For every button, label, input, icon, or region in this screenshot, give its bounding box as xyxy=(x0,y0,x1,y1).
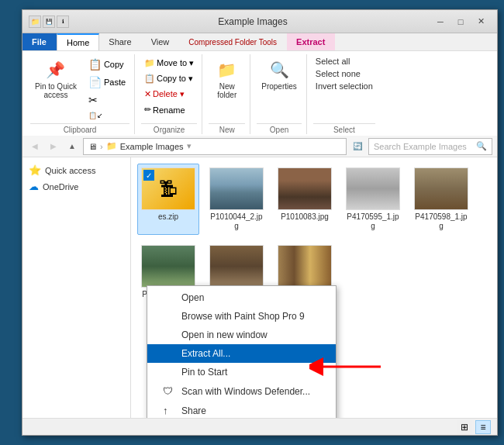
address-path[interactable]: 🖥 › 📁 Example Images ▾ xyxy=(83,138,347,155)
properties-icon: 🔍 xyxy=(268,59,290,81)
file-thumb-6 xyxy=(209,245,264,288)
cm-share[interactable]: ↑ Share xyxy=(147,401,336,418)
search-icon: 🔍 xyxy=(476,141,487,151)
open-label: Open xyxy=(257,123,302,134)
file-name-zip: es.zip xyxy=(158,212,178,222)
maximize-button[interactable]: □ xyxy=(450,13,471,30)
select-none-button[interactable]: Select none xyxy=(313,68,375,79)
refresh-button[interactable]: 🔄 xyxy=(350,139,365,154)
move-to-icon: 📁 xyxy=(144,58,155,68)
properties-button[interactable]: 🔍 Properties xyxy=(257,56,302,94)
open-buttons: 🔍 Properties xyxy=(257,54,302,123)
clipboard-label: Clipboard xyxy=(30,123,129,134)
properties-label: Properties xyxy=(261,82,297,91)
cm-open-label: Open xyxy=(181,292,204,303)
path-text: Example Images xyxy=(120,142,184,151)
search-box[interactable]: Search Example Images 🔍 xyxy=(368,138,492,155)
tab-compressed-folder-tools[interactable]: Compressed Folder Tools xyxy=(179,33,287,50)
tab-share[interactable]: Share xyxy=(99,33,141,50)
cm-browse-psp[interactable]: Browse with Paint Shop Pro 9 xyxy=(147,307,336,326)
paste-icon: 📄 xyxy=(88,76,102,88)
select-label: Select xyxy=(313,123,375,134)
file-explorer-window: 📁 💾 ℹ Example Images ─ □ ✕ File Home Sha… xyxy=(22,9,498,436)
content-area: ✓ 🗜 es.zip P1010044_2.jpg xyxy=(131,157,497,418)
ribbon-group-select: Select all Select none Invert selection … xyxy=(309,54,380,134)
sidebar-label-quick-access: Quick access xyxy=(45,166,95,175)
file-thumb-4 xyxy=(414,167,468,210)
copy-to-icon: 📋 xyxy=(144,74,155,84)
invert-selection-button[interactable]: Invert selection xyxy=(313,81,375,91)
properties-tb: ℹ xyxy=(57,16,69,28)
delete-label: Delete ▾ xyxy=(153,89,185,99)
organize-buttons: 📁 Move to ▾ 📋 Copy to ▾ ✕ Delete ▾ ✏ Ren… xyxy=(141,54,197,123)
select-all-button[interactable]: Select all xyxy=(313,56,375,67)
new-folder-button[interactable]: 📁 Newfolder xyxy=(212,56,243,102)
file-item-2[interactable]: P1010083.jpg xyxy=(274,164,336,235)
tab-view[interactable]: View xyxy=(142,33,180,50)
cut-button[interactable]: ✂ xyxy=(85,91,129,109)
scissors-icon: ✂ xyxy=(88,94,98,106)
organize-label: Organize xyxy=(141,123,197,134)
close-button[interactable]: ✕ xyxy=(471,13,491,30)
file-thumb-zip: ✓ 🗜 xyxy=(141,167,195,210)
sidebar-item-onedrive[interactable]: ☁ OneDrive xyxy=(22,178,130,195)
window-title: Example Images xyxy=(75,16,430,27)
sidebar-label-onedrive: OneDrive xyxy=(43,182,78,191)
title-bar: 📁 💾 ℹ Example Images ─ □ ✕ xyxy=(22,10,497,33)
ribbon-group-clipboard: 📌 Pin to Quickaccess 📋 Copy 📄 Paste ✂ xyxy=(26,54,135,134)
clipboard-buttons: 📌 Pin to Quickaccess 📋 Copy 📄 Paste ✂ xyxy=(30,54,129,123)
path-computer-icon: 🖥 xyxy=(88,142,97,151)
new-label: New xyxy=(209,123,245,134)
copy-to-label: Copy to ▾ xyxy=(157,74,193,84)
cm-open[interactable]: Open xyxy=(147,288,336,307)
move-to-button[interactable]: 📁 Move to ▾ xyxy=(141,56,197,71)
file-item-4[interactable]: P4170598_1.jpg xyxy=(410,164,472,235)
ribbon-group-organize: 📁 Move to ▾ 📋 Copy to ▾ ✕ Delete ▾ ✏ Ren… xyxy=(136,54,202,134)
cm-extract-all[interactable]: Extract All... xyxy=(147,344,336,363)
file-thumb-5 xyxy=(141,245,195,288)
copy-to-button[interactable]: 📋 Copy to ▾ xyxy=(141,71,197,86)
back-button[interactable]: ◀ xyxy=(27,139,43,154)
tab-home[interactable]: Home xyxy=(57,33,99,50)
file-name-4: P4170598_1.jpg xyxy=(414,212,468,231)
pin-icon: 📌 xyxy=(45,59,67,81)
pin-to-quick-access-button[interactable]: 📌 Pin to Quickaccess xyxy=(30,56,81,102)
cm-scan-defender-label: Scan with Windows Defender... xyxy=(181,386,310,397)
rename-button[interactable]: ✏ Rename xyxy=(141,102,197,117)
tab-extract[interactable]: Extract xyxy=(287,33,335,50)
invert-selection-label: Invert selection xyxy=(316,81,373,91)
path-folder-icon: 📁 xyxy=(106,141,117,151)
file-item-3[interactable]: P4170595_1.jpg xyxy=(342,164,404,235)
details-view-button[interactable]: ≡ xyxy=(475,420,491,434)
delete-button[interactable]: ✕ Delete ▾ xyxy=(141,87,197,102)
file-item-1[interactable]: P1010044_2.jpg xyxy=(205,164,268,235)
cm-pin-to-start-label: Pin to Start xyxy=(181,367,227,378)
delete-icon: ✕ xyxy=(144,89,151,99)
copy-button[interactable]: 📋 Copy xyxy=(85,56,129,73)
select-none-label: Select none xyxy=(316,69,361,78)
select-buttons: Select all Select none Invert selection xyxy=(313,54,375,123)
cm-open-new-window[interactable]: Open in new window xyxy=(147,326,336,344)
quick-access-tb: 💾 xyxy=(43,16,55,28)
file-name-1: P1010044_2.jpg xyxy=(209,212,264,231)
copy-path-icon: 📋↙ xyxy=(88,112,103,119)
file-name-3: P4170595_1.jpg xyxy=(346,212,400,231)
sidebar-item-quick-access[interactable]: ⭐ Quick access xyxy=(22,162,130,178)
file-thumb-3 xyxy=(346,167,400,210)
minimize-button[interactable]: ─ xyxy=(430,13,450,30)
up-button[interactable]: ▲ xyxy=(64,139,80,154)
clipboard-extra-button[interactable]: 📋↙ xyxy=(85,109,129,122)
cm-pin-to-start[interactable]: Pin to Start xyxy=(147,363,336,381)
cm-scan-defender[interactable]: 🛡 Scan with Windows Defender... xyxy=(147,381,336,401)
status-bar: ⊞ ≡ xyxy=(22,418,497,435)
grid-view-button[interactable]: ⊞ xyxy=(457,420,472,434)
paste-button[interactable]: 📄 Paste xyxy=(85,74,129,91)
rename-icon: ✏ xyxy=(144,105,151,115)
copy-label: Copy xyxy=(104,60,124,69)
checkbox-zip: ✓ xyxy=(143,170,154,181)
paste-label: Paste xyxy=(104,78,126,87)
tab-file[interactable]: File xyxy=(22,33,57,50)
file-item-zip[interactable]: ✓ 🗜 es.zip xyxy=(137,164,199,235)
forward-button[interactable]: ▶ xyxy=(46,139,61,154)
context-menu: Open Browse with Paint Shop Pro 9 Open i… xyxy=(147,285,337,418)
